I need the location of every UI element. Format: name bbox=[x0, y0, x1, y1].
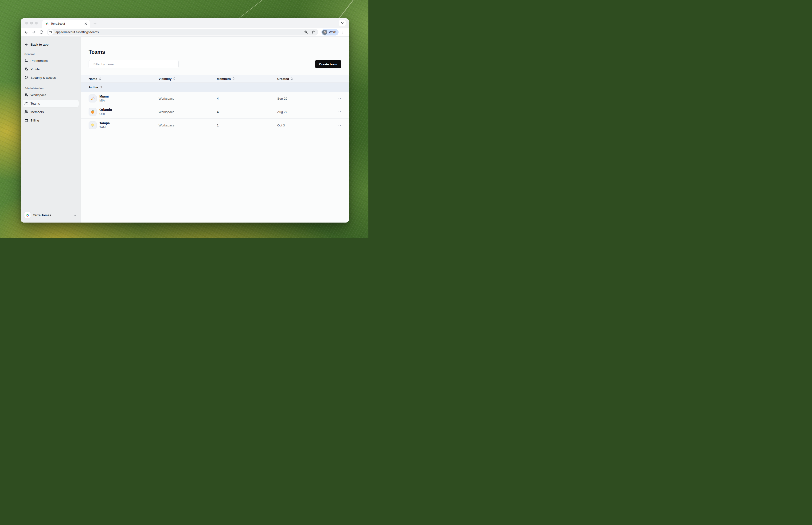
browser-profile-chip[interactable]: B Work bbox=[321, 29, 339, 35]
column-header-visibility[interactable]: Visibility bbox=[158, 77, 217, 80]
profile-avatar: B bbox=[322, 30, 327, 35]
sliders-icon bbox=[25, 59, 28, 62]
sort-icon bbox=[173, 77, 175, 80]
table-header-row: Name Visibility Members bbox=[81, 75, 349, 83]
site-settings-icon[interactable] bbox=[48, 29, 53, 35]
sort-icon bbox=[232, 77, 235, 80]
group-row-active: Active 3 bbox=[81, 83, 349, 92]
user-pen-icon bbox=[25, 67, 28, 71]
back-to-app-link[interactable]: Back to app bbox=[22, 41, 79, 48]
browser-window: TerraScout bbox=[21, 18, 349, 223]
row-actions-ellipsis-icon[interactable] bbox=[337, 96, 344, 100]
wallet-icon bbox=[25, 118, 28, 122]
settings-sidebar: Back to app General Preferences Profile … bbox=[21, 37, 81, 223]
window-controls bbox=[21, 18, 42, 28]
column-header-name[interactable]: Name bbox=[89, 77, 158, 80]
bookmark-star-icon[interactable] bbox=[311, 30, 315, 34]
teams-settings-page: Teams Create team Name Visibility bbox=[81, 37, 349, 223]
team-visibility: Workspace bbox=[158, 110, 217, 114]
team-name: Miami bbox=[99, 94, 109, 99]
row-actions-ellipsis-icon[interactable] bbox=[337, 123, 344, 127]
sort-icon bbox=[291, 77, 293, 80]
sort-icon bbox=[99, 77, 101, 80]
chevron-up-icon bbox=[73, 214, 77, 217]
arrow-left-icon bbox=[25, 43, 28, 46]
sidebar-item-preferences[interactable]: Preferences bbox=[22, 57, 79, 64]
teams-table: Name Visibility Members bbox=[81, 75, 349, 132]
sidebar-item-members[interactable]: Members bbox=[22, 108, 79, 116]
party-popper-icon bbox=[89, 94, 96, 103]
column-header-members[interactable]: Members bbox=[217, 77, 277, 80]
table-row[interactable]: Tampa TAM Workspace 1 Oct 3 bbox=[81, 119, 349, 132]
workspace-switcher[interactable]: TerraHomes bbox=[22, 210, 79, 220]
team-members-count: 1 bbox=[217, 123, 277, 127]
table-row[interactable]: Miami MIA Workspace 4 Sep 29 bbox=[81, 92, 349, 105]
users-icon bbox=[25, 110, 28, 114]
reload-icon[interactable] bbox=[38, 29, 45, 35]
profile-name: Work bbox=[329, 31, 336, 34]
browser-tab-strip: TerraScout bbox=[21, 18, 349, 28]
sidebar-item-billing[interactable]: Billing bbox=[22, 117, 79, 124]
sidebar-item-profile[interactable]: Profile bbox=[22, 65, 79, 73]
minimize-window-button[interactable] bbox=[30, 21, 33, 25]
column-header-created[interactable]: Created bbox=[277, 77, 333, 80]
tab-search-chevron-icon[interactable] bbox=[339, 20, 346, 26]
section-label-administration: Administration bbox=[22, 87, 79, 90]
user-gear-icon bbox=[25, 93, 28, 97]
sidebar-item-security-access[interactable]: Security & access bbox=[22, 74, 79, 81]
team-members-count: 4 bbox=[217, 110, 277, 114]
browser-menu-icon[interactable] bbox=[339, 29, 346, 35]
close-window-button[interactable] bbox=[25, 21, 28, 25]
users-icon bbox=[25, 102, 28, 105]
terrascout-favicon bbox=[45, 22, 49, 26]
shield-icon bbox=[25, 76, 28, 79]
browser-tab[interactable]: TerraScout bbox=[42, 20, 90, 28]
team-members-count: 4 bbox=[217, 96, 277, 100]
group-label: Active bbox=[89, 86, 98, 89]
filter-by-name-input[interactable] bbox=[89, 60, 179, 69]
team-code: ORL bbox=[99, 112, 112, 116]
team-visibility: Workspace bbox=[158, 124, 217, 127]
table-body: Miami MIA Workspace 4 Sep 29 Orlando ORL… bbox=[81, 92, 349, 132]
table-row[interactable]: Orlando ORL Workspace 4 Aug 27 bbox=[81, 105, 349, 119]
browser-toolbar: app.terrascout.ai/settings/teams B Work bbox=[21, 28, 349, 37]
light-bulb-icon bbox=[89, 121, 96, 129]
url-text: app.terrascout.ai/settings/teams bbox=[56, 30, 302, 34]
team-created-date: Aug 27 bbox=[277, 110, 333, 114]
zoom-icon[interactable] bbox=[304, 30, 308, 34]
address-bar[interactable]: app.terrascout.ai/settings/teams bbox=[47, 29, 318, 35]
back-icon[interactable] bbox=[23, 29, 30, 35]
team-code: MIA bbox=[99, 99, 109, 103]
zoom-window-button[interactable] bbox=[35, 21, 37, 25]
page-title: Teams bbox=[89, 48, 341, 56]
section-label-general: General bbox=[22, 52, 79, 56]
desktop-background: TerraScout bbox=[0, 0, 368, 238]
team-name: Tampa bbox=[99, 121, 110, 125]
create-team-button[interactable]: Create team bbox=[315, 60, 341, 69]
sidebar-item-teams[interactable]: Teams bbox=[22, 100, 79, 107]
tangerine-icon bbox=[89, 108, 96, 116]
tab-close-icon[interactable] bbox=[83, 21, 88, 26]
group-count: 3 bbox=[101, 86, 103, 89]
team-visibility: Workspace bbox=[158, 97, 217, 100]
team-code: TAM bbox=[99, 125, 110, 129]
new-tab-button[interactable] bbox=[92, 20, 98, 27]
tab-title: TerraScout bbox=[51, 22, 82, 25]
sidebar-item-workspace[interactable]: Workspace bbox=[22, 91, 79, 99]
forward-icon[interactable] bbox=[31, 29, 37, 35]
terrahomes-logo bbox=[25, 212, 31, 218]
row-actions-ellipsis-icon[interactable] bbox=[337, 110, 344, 114]
team-created-date: Oct 3 bbox=[277, 124, 333, 127]
team-name: Orlando bbox=[99, 108, 112, 112]
team-created-date: Sep 29 bbox=[277, 97, 333, 100]
workspace-name: TerraHomes bbox=[33, 213, 71, 217]
